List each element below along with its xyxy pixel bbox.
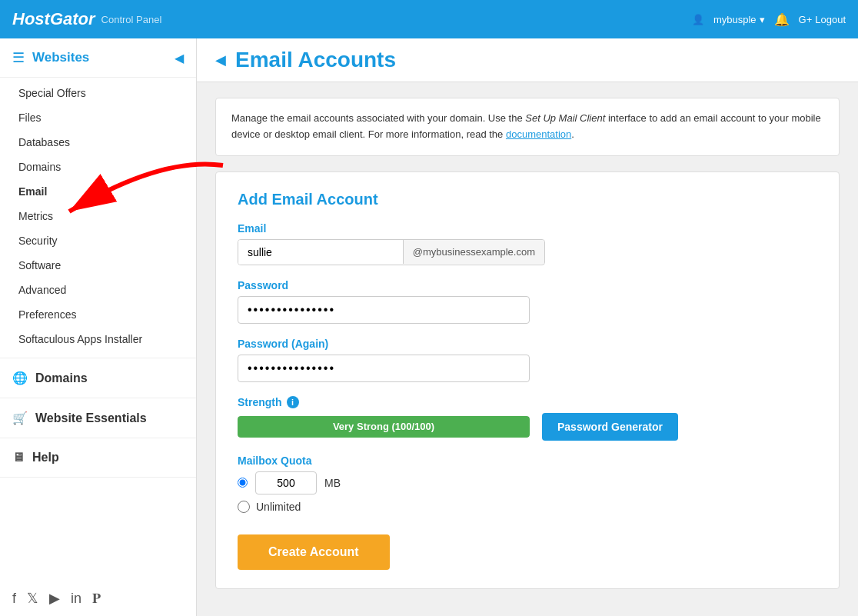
section-title: Websites <box>32 50 89 65</box>
strength-info-icon[interactable]: i <box>287 396 299 408</box>
quota-unlimited-radio[interactable] <box>238 501 250 513</box>
email-domain-badge: @mybusinessexample.com <box>403 240 544 264</box>
websites-section-header[interactable]: ☰ Websites ◀ <box>0 38 196 78</box>
sidebar-group-website-essentials-label: Website Essentials <box>35 411 147 425</box>
sidebar-collapse-button[interactable]: ◀ <box>175 51 184 65</box>
sidebar-divider-3 <box>0 438 196 438</box>
sidebar-item-domains[interactable]: Domains <box>0 155 196 179</box>
sidebar-group-help-label: Help <box>32 451 59 464</box>
logout-label: Logout <box>815 14 846 25</box>
sidebar-item-advanced[interactable]: Advanced <box>0 278 196 302</box>
strength-bar-fill: Very Strong (100/100) <box>238 416 530 438</box>
sidebar-items: Special Offers Files Databases Domains E… <box>0 78 196 355</box>
password-generator-button[interactable]: Password Generator <box>542 413 678 441</box>
content-body: Manage the email accounts associated wit… <box>197 82 858 604</box>
control-panel-label: Control Panel <box>101 14 162 25</box>
quota-mb-row: MB <box>238 471 817 494</box>
password-input[interactable] <box>238 296 530 324</box>
password-again-label: Password (Again) <box>238 338 817 350</box>
sidebar-item-files[interactable]: Files <box>0 105 196 130</box>
chevron-down-icon: ▾ <box>760 14 765 25</box>
mailbox-quota-group: Mailbox Quota MB Unlimited <box>238 455 817 513</box>
header-left: HostGator Control Panel <box>12 9 161 29</box>
password-again-group: Password (Again) <box>238 338 817 382</box>
menu-icon: ☰ <box>12 49 25 66</box>
email-input-row: @mybusinessexample.com <box>238 239 545 265</box>
header: HostGator Control Panel 👤 mybusple ▾ 🔔 G… <box>0 0 858 38</box>
sidebar-item-software[interactable]: Software <box>0 253 196 278</box>
email-label: Email <box>238 222 817 235</box>
sidebar-item-metrics[interactable]: Metrics <box>0 204 196 228</box>
quota-unit: MB <box>324 477 341 489</box>
create-account-button[interactable]: Create Account <box>238 534 390 570</box>
strength-bar-wrap: Very Strong (100/100) <box>238 416 530 438</box>
sidebar-divider-4 <box>0 477 196 478</box>
pinterest-icon[interactable]: 𝐏 <box>92 591 101 607</box>
strength-group: Strength i Very Strong (100/100) Passwor… <box>238 396 817 441</box>
documentation-link[interactable]: documentation <box>506 128 571 140</box>
main-layout: ☰ Websites ◀ Special Offers Files Databa… <box>0 38 858 616</box>
content-header: ◀ Email Accounts <box>197 38 858 82</box>
sidebar-item-security[interactable]: Security <box>0 228 196 253</box>
email-group: Email @mybusinessexample.com <box>238 222 817 265</box>
twitter-icon[interactable]: 𝕏 <box>27 590 38 607</box>
sidebar-group-domains[interactable]: 🌐 Domains <box>0 361 196 395</box>
cart-icon: 🛒 <box>12 411 28 425</box>
password-group: Password <box>238 279 817 324</box>
unlimited-label: Unlimited <box>256 501 301 513</box>
youtube-icon[interactable]: ▶ <box>49 590 60 607</box>
mailbox-label: Mailbox Quota <box>238 455 817 467</box>
password-again-input[interactable] <box>238 355 530 382</box>
header-right: 👤 mybusple ▾ 🔔 G+ Logout <box>692 12 846 27</box>
strength-label: Strength i <box>238 396 817 408</box>
quota-mb-radio[interactable] <box>238 478 248 488</box>
sidebar: ☰ Websites ◀ Special Offers Files Databa… <box>0 38 197 616</box>
logout-button[interactable]: G+ Logout <box>799 14 846 25</box>
form-card: Add Email Account Email @mybusinessexamp… <box>215 171 840 589</box>
sidebar-group-help[interactable]: 🖥 Help <box>0 441 196 474</box>
username: mybusple <box>713 14 757 25</box>
quota-unlimited-row: Unlimited <box>238 501 817 513</box>
sidebar-divider-1 <box>0 358 196 358</box>
user-avatar-icon: 👤 <box>692 14 704 25</box>
quota-mb-input[interactable] <box>255 471 317 494</box>
notifications-bell-icon[interactable]: 🔔 <box>774 12 790 27</box>
logo: HostGator <box>12 9 95 29</box>
sidebar-item-softaculous[interactable]: Softaculous Apps Installer <box>0 327 196 351</box>
form-section-title: Add Email Account <box>238 191 817 208</box>
facebook-icon[interactable]: f <box>12 591 16 607</box>
globe-icon: 🌐 <box>12 371 28 385</box>
linkedin-icon[interactable]: in <box>71 591 81 607</box>
info-text-3: . <box>571 128 574 140</box>
info-text-1: Manage the email accounts associated wit… <box>231 112 525 124</box>
sidebar-group-domains-label: Domains <box>35 371 88 385</box>
strength-row: Very Strong (100/100) Password Generator <box>238 413 817 441</box>
info-italic: Set Up Mail Client <box>525 112 605 124</box>
sidebar-item-preferences[interactable]: Preferences <box>0 302 196 327</box>
monitor-icon: 🖥 <box>12 451 25 464</box>
sidebar-item-databases[interactable]: Databases <box>0 130 196 155</box>
info-box: Manage the email accounts associated wit… <box>215 98 840 156</box>
user-menu[interactable]: mybusple ▾ <box>713 14 765 25</box>
sidebar-item-special-offers[interactable]: Special Offers <box>0 81 196 105</box>
content-area: ◀ Email Accounts Manage the email accoun… <box>197 38 858 616</box>
password-label: Password <box>238 279 817 291</box>
google-icon: G+ <box>799 14 813 25</box>
sidebar-divider-2 <box>0 398 196 398</box>
sidebar-item-email[interactable]: Email <box>0 179 196 204</box>
collapse-sidebar-arrow[interactable]: ◀ <box>215 52 226 68</box>
social-links: f 𝕏 ▶ in 𝐏 <box>0 581 196 616</box>
page-title: Email Accounts <box>235 48 396 72</box>
strength-text: Very Strong (100/100) <box>333 421 434 432</box>
email-local-input[interactable] <box>238 240 403 265</box>
sidebar-group-website-essentials[interactable]: 🛒 Website Essentials <box>0 401 196 435</box>
